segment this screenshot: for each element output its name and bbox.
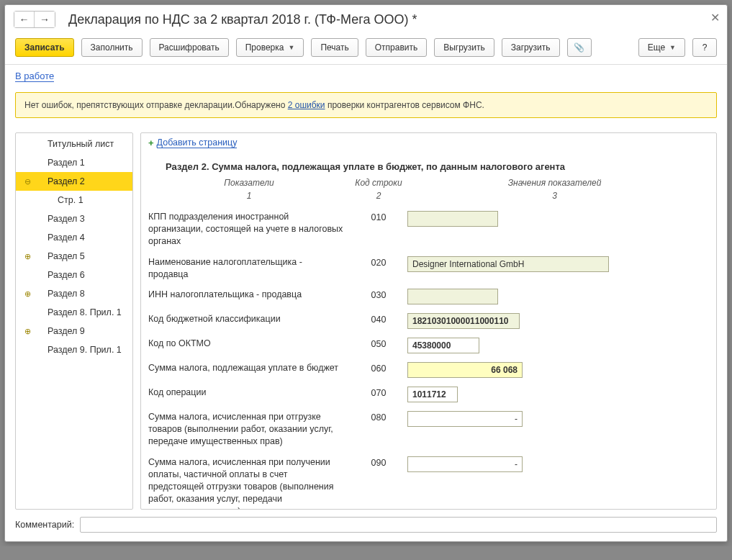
row-value-cell: 45380000 <box>407 338 702 353</box>
tree-item-label: Раздел 8 <box>33 289 128 299</box>
value-field[interactable]: - <box>407 411 523 427</box>
help-button[interactable]: ? <box>692 38 717 57</box>
tree-item[interactable]: ⊕Раздел 9 <box>16 322 132 340</box>
send-button[interactable]: Отправить <box>366 38 428 57</box>
close-icon[interactable]: ✕ <box>710 11 720 24</box>
row-code: 050 <box>350 338 407 349</box>
value-field[interactable]: 66 068 <box>407 362 523 378</box>
tree-item[interactable]: Титульный лист <box>16 135 132 153</box>
value-field[interactable]: 18210301000011000110 <box>407 313 520 329</box>
row-label: КПП подразделения иностранной организаци… <box>148 211 350 248</box>
chevron-down-icon: ▼ <box>669 44 676 51</box>
tree-item-label: Раздел 5 <box>33 251 128 261</box>
row-value-cell: - <box>407 411 702 427</box>
decode-button[interactable]: Расшифровать <box>150 38 229 57</box>
form-row: КПП подразделения иностранной организаци… <box>148 207 702 252</box>
comment-row: Комментарий: <box>5 510 727 541</box>
tree-item[interactable]: ⊖Раздел 2 <box>16 172 132 191</box>
row-code: 070 <box>350 387 407 398</box>
status-link[interactable]: В работе <box>15 71 54 82</box>
row-value-cell: 18210301000011000110 <box>407 313 702 329</box>
row-code: 030 <box>350 289 407 300</box>
check-label: Проверка <box>245 42 284 53</box>
tree-item[interactable]: Раздел 4 <box>16 228 132 247</box>
tree-item[interactable]: Стр. 1 <box>16 191 132 209</box>
tree-item[interactable]: Раздел 1 <box>16 153 132 172</box>
tree-item[interactable]: Раздел 9. Прил. 1 <box>16 340 132 359</box>
tree-item[interactable]: ⊕Раздел 8 <box>16 284 132 303</box>
status-area: В работе Нет ошибок, препятствующих отпр… <box>5 65 727 128</box>
collapse-icon[interactable]: ⊖ <box>22 177 33 186</box>
export-button[interactable]: Выгрузить <box>434 38 494 57</box>
expand-icon[interactable]: ⊕ <box>22 327 33 336</box>
expand-icon[interactable]: ⊕ <box>22 289 33 299</box>
notice-text-after: проверки контрагентов сервисом ФНС. <box>325 100 484 110</box>
titlebar: ← → Декларация по НДС за 2 квартал 2018 … <box>5 5 727 30</box>
col-sub-2: 2 <box>350 191 407 201</box>
row-code: 060 <box>350 362 407 374</box>
tree-item[interactable]: ⊕Раздел 5 <box>16 247 132 266</box>
chevron-down-icon: ▼ <box>288 44 294 51</box>
tree-item-label: Стр. 1 <box>33 195 128 205</box>
value-field[interactable]: 45380000 <box>407 338 479 353</box>
row-value-cell <box>407 289 702 304</box>
value-field[interactable]: 1011712 <box>407 387 458 402</box>
value-field[interactable] <box>407 211 498 227</box>
form-row: Код бюджетной классификации0401821030100… <box>148 309 702 333</box>
row-label: Сумма налога, исчисленная при получении … <box>148 456 350 509</box>
add-page-link[interactable]: + Добавить страницу <box>148 137 237 148</box>
form-row: Сумма налога, исчисленная при отгрузке т… <box>148 407 702 452</box>
help-label: ? <box>702 42 708 53</box>
tree-item[interactable]: Раздел 3 <box>16 209 132 228</box>
value-field[interactable] <box>407 289 498 304</box>
export-label: Выгрузить <box>443 42 485 53</box>
row-code: 010 <box>350 211 407 222</box>
toolbar: Записать Заполнить Расшифровать Проверка… <box>5 30 727 65</box>
write-label: Записать <box>24 42 65 53</box>
fill-button[interactable]: Заполнить <box>81 38 143 57</box>
errors-link[interactable]: 2 ошибки <box>288 100 325 110</box>
expand-icon[interactable]: ⊕ <box>22 252 33 261</box>
row-label: Код по ОКТМО <box>148 338 350 350</box>
nav-forward-button[interactable]: → <box>35 12 55 27</box>
decode-label: Расшифровать <box>159 42 220 53</box>
print-button[interactable]: Печать <box>311 38 358 57</box>
main-scroll[interactable]: + Добавить страницу Раздел 2. Сумма нало… <box>141 133 716 509</box>
tree-item-label: Раздел 6 <box>33 270 128 280</box>
send-label: Отправить <box>375 42 418 53</box>
import-button[interactable]: Загрузить <box>502 38 560 57</box>
value-field[interactable]: Designer International GmbH <box>407 256 609 272</box>
app-window: ✕ ← → Декларация по НДС за 2 квартал 201… <box>4 4 728 542</box>
nav-back-button[interactable]: ← <box>14 12 35 27</box>
value-field[interactable]: - <box>407 456 523 472</box>
tree-item-label: Раздел 2 <box>33 176 128 186</box>
tree-item[interactable]: Раздел 8. Прил. 1 <box>16 303 132 322</box>
attach-button[interactable]: 📎 <box>567 38 592 57</box>
row-code: 090 <box>350 456 407 468</box>
fill-label: Заполнить <box>91 42 133 53</box>
form-row: Код операции0701011712 <box>148 382 702 407</box>
tree-item-label: Раздел 4 <box>33 232 128 243</box>
rows-container: КПП подразделения иностранной организаци… <box>148 207 702 509</box>
comment-input[interactable] <box>80 517 717 533</box>
tree-item-label: Раздел 9. Прил. 1 <box>33 345 128 355</box>
row-label: ИНН налогоплательщика - продавца <box>148 289 350 301</box>
tree-item[interactable]: Раздел 6 <box>16 266 132 284</box>
comment-label: Комментарий: <box>15 520 74 530</box>
form-row: Код по ОКТМО05045380000 <box>148 333 702 358</box>
form-row: Наименование налогоплательщика - продавц… <box>148 252 702 285</box>
row-value-cell: Designer International GmbH <box>407 256 702 272</box>
check-button[interactable]: Проверка▼ <box>236 38 304 57</box>
write-button[interactable]: Записать <box>15 38 74 57</box>
more-button[interactable]: Еще▼ <box>638 38 685 57</box>
window-title: Декларация по НДС за 2 квартал 2018 г. (… <box>68 12 417 27</box>
row-label: Наименование налогоплательщика - продавц… <box>148 256 350 281</box>
plus-icon: + <box>148 137 154 148</box>
main-panel: + Добавить страницу Раздел 2. Сумма нало… <box>140 132 717 510</box>
column-subheaders: 1 2 3 <box>148 191 702 201</box>
row-code: 080 <box>350 411 407 423</box>
body-row: Титульный листРаздел 1⊖Раздел 2Стр. 1Раз… <box>5 128 727 510</box>
row-value-cell: - <box>407 456 702 472</box>
column-headers: Показатели Код строки Значения показател… <box>148 178 702 188</box>
row-label: Код бюджетной классификации <box>148 313 350 325</box>
